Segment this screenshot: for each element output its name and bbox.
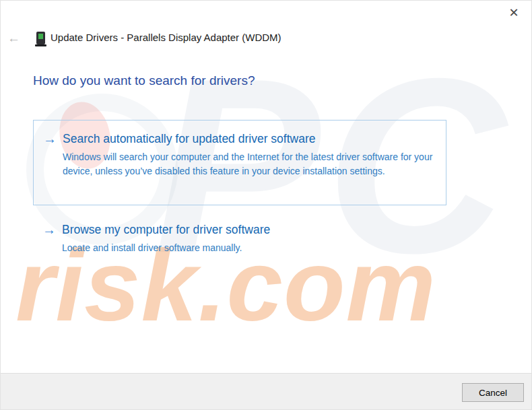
display-adapter-device-icon: [35, 32, 47, 46]
wizard-title: Update Drivers - Parallels Display Adapt…: [51, 32, 281, 43]
update-drivers-dialog: PC risk.com ✕ ← Update Drivers - Paralle…: [0, 0, 532, 410]
close-button[interactable]: ✕: [506, 5, 522, 21]
arrow-right-icon: →: [43, 131, 63, 147]
page-heading: How do you want to search for drivers?: [33, 73, 255, 88]
cancel-button[interactable]: Cancel: [462, 383, 524, 402]
option-search-automatically[interactable]: → Search automatically for updated drive…: [33, 120, 446, 205]
dialog-footer: Cancel: [1, 373, 532, 409]
wizard-header: ← Update Drivers - Parallels Display Ada…: [1, 30, 531, 49]
option-title: Browse my computer for driver software: [62, 221, 270, 238]
arrow-right-icon: →: [42, 221, 62, 238]
option-title: Search automatically for updated driver …: [63, 131, 315, 147]
option-browse-computer[interactable]: → Browse my computer for driver software…: [33, 221, 446, 255]
option-description: Windows will search your computer and th…: [63, 150, 437, 178]
back-arrow-icon[interactable]: ←: [7, 31, 20, 46]
option-description: Locate and install driver software manua…: [62, 241, 436, 255]
